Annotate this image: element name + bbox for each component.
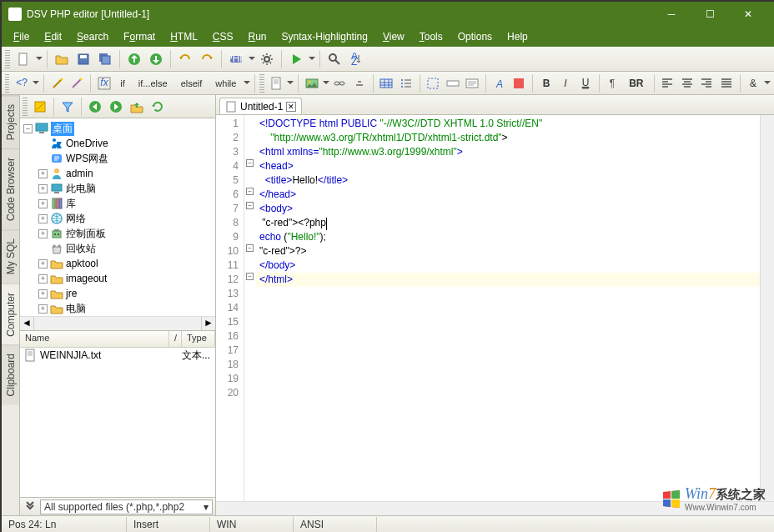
snippets-dropdown[interactable] — [244, 73, 250, 93]
tree-item[interactable]: +imageout — [20, 271, 215, 286]
lp-collapse-button[interactable] — [23, 499, 38, 514]
expand-icon[interactable]: − — [23, 124, 33, 133]
php-check-button[interactable]: PHP — [226, 49, 246, 69]
maximize-button[interactable]: ☐ — [691, 2, 729, 27]
list-button[interactable] — [397, 73, 415, 93]
textarea-button[interactable] — [464, 73, 482, 93]
input-button[interactable] — [444, 73, 462, 93]
lp-grip[interactable] — [23, 98, 28, 116]
php-tag-dropdown[interactable] — [33, 73, 39, 93]
expand-icon[interactable]: + — [38, 289, 48, 299]
tree-item[interactable]: +admin — [20, 166, 215, 181]
wand-button[interactable] — [48, 73, 67, 93]
tree-item[interactable]: 回收站 — [20, 241, 215, 256]
tree-root[interactable]: − 桌面 — [20, 121, 215, 136]
toolbar2-grip[interactable] — [5, 74, 9, 93]
color-button[interactable] — [510, 73, 529, 93]
col-name[interactable]: Name — [20, 331, 169, 347]
toolbar-grip[interactable] — [5, 50, 10, 68]
if-button[interactable]: if — [114, 73, 131, 93]
menu-css[interactable]: CSS — [206, 29, 240, 44]
close-tab-icon[interactable]: ✕ — [286, 102, 296, 112]
bold-button[interactable]: B — [537, 73, 555, 93]
doc-dropdown[interactable] — [287, 73, 294, 93]
ifelse-button[interactable]: if...else — [133, 73, 173, 93]
menu-file[interactable]: File — [7, 29, 36, 44]
expand-icon[interactable]: + — [38, 304, 48, 314]
file-type-filter[interactable]: All supported files (*.php,*.php2▾ — [40, 499, 213, 514]
menu-view[interactable]: View — [376, 29, 411, 44]
expand-icon[interactable]: + — [38, 259, 48, 269]
sidetab-projects[interactable]: Projects — [2, 95, 19, 148]
sidetab-clipboard[interactable]: Clipboard — [2, 344, 19, 404]
lp-forward-button[interactable] — [106, 97, 126, 117]
align-left-button[interactable] — [658, 73, 676, 93]
special-char-button[interactable]: & — [745, 73, 763, 93]
doc-button[interactable] — [268, 73, 286, 93]
toolbar3-grip[interactable] — [259, 74, 264, 93]
upload-button[interactable] — [124, 49, 144, 69]
align-right-button[interactable] — [698, 73, 716, 93]
while-button[interactable]: while — [209, 73, 242, 93]
search-button[interactable] — [324, 49, 344, 69]
run-button[interactable] — [286, 49, 306, 69]
run-dropdown[interactable] — [308, 49, 315, 69]
font-button[interactable]: A — [490, 73, 509, 93]
tree-hscroll[interactable]: ◄ ► — [20, 316, 215, 330]
expand-icon[interactable]: + — [38, 184, 48, 193]
editor-vscroll[interactable] — [760, 115, 774, 501]
save-all-button[interactable] — [95, 49, 115, 69]
settings-button[interactable] — [257, 49, 277, 69]
new-file-dropdown[interactable] — [35, 49, 43, 69]
folder-tree[interactable]: − 桌面 OneDriveWPS网盘+admin+此电脑+库+网络+控制面板回收… — [20, 118, 215, 316]
tree-item[interactable]: +jre — [20, 286, 215, 301]
php-check-dropdown[interactable] — [248, 49, 255, 69]
tree-item[interactable]: +此电脑 — [20, 181, 215, 196]
align-center-button[interactable] — [678, 73, 696, 93]
menu-search[interactable]: Search — [70, 29, 115, 44]
minimize-button[interactable]: ─ — [652, 2, 691, 27]
menu-format[interactable]: Format — [117, 29, 162, 44]
lp-edit-button[interactable] — [30, 97, 50, 117]
tree-item[interactable]: OneDrive — [20, 136, 215, 151]
file-list-body[interactable]: WEINNJIA.txt 文本... — [20, 348, 215, 497]
form-button[interactable] — [425, 73, 443, 93]
menu-syntax[interactable]: Syntax-Highlighting — [275, 29, 374, 44]
new-file-button[interactable] — [13, 49, 33, 69]
func-button[interactable]: fx — [95, 73, 113, 93]
menu-help[interactable]: Help — [500, 29, 535, 44]
special-char-dropdown[interactable] — [764, 73, 771, 93]
italic-button[interactable]: I — [557, 73, 575, 93]
menu-options[interactable]: Options — [451, 29, 499, 44]
file-row[interactable]: WEINNJIA.txt 文本... — [20, 348, 215, 363]
php-tag-button[interactable]: <? — [13, 73, 31, 93]
align-justify-button[interactable] — [717, 73, 736, 93]
link-button[interactable] — [331, 73, 349, 93]
save-button[interactable] — [73, 49, 93, 69]
open-file-button[interactable] — [52, 49, 72, 69]
tree-item[interactable]: +网络 — [20, 211, 215, 226]
fold-strip[interactable]: −−−−− — [244, 115, 256, 501]
expand-icon[interactable]: + — [38, 274, 48, 284]
sidetab-computer[interactable]: Computer — [2, 284, 19, 345]
close-button[interactable]: ✕ — [729, 2, 767, 27]
paragraph-button[interactable]: ¶ — [604, 73, 622, 93]
download-button[interactable] — [146, 49, 166, 69]
col-sort[interactable]: / — [169, 331, 182, 347]
tree-item[interactable]: +库 — [20, 196, 215, 211]
image-button[interactable] — [303, 73, 321, 93]
undo-button[interactable] — [175, 49, 195, 69]
menu-tools[interactable]: Tools — [413, 29, 450, 44]
col-type[interactable]: Type — [182, 331, 215, 347]
tree-item[interactable]: +apktool — [20, 256, 215, 271]
lp-refresh-button[interactable] — [148, 97, 168, 117]
expand-icon[interactable]: + — [38, 169, 48, 178]
image-dropdown[interactable] — [323, 73, 329, 93]
editor-tab[interactable]: Untitled-1 ✕ — [219, 98, 302, 114]
lp-back-button[interactable] — [85, 97, 105, 117]
sort-button[interactable]: AZ — [346, 49, 366, 69]
anchor-button[interactable] — [350, 73, 369, 93]
redo-button[interactable] — [197, 49, 217, 69]
menu-html[interactable]: HTML — [163, 29, 204, 44]
wand2-button[interactable] — [68, 73, 86, 93]
